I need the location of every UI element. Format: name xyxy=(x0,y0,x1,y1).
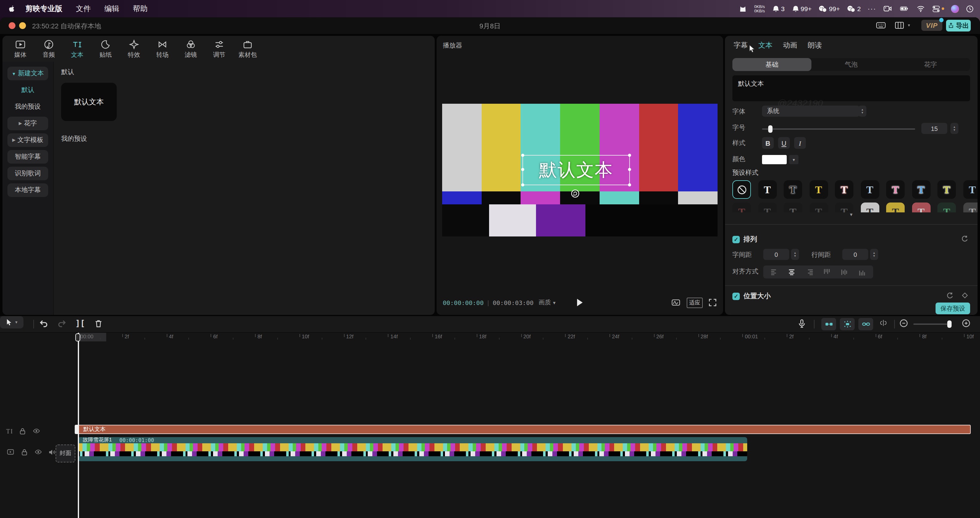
sidebar-item-文字模板[interactable]: ▶文字模板 xyxy=(7,133,48,147)
color-caret-icon[interactable]: ▼ xyxy=(789,155,799,164)
hide-track-icon[interactable] xyxy=(32,427,41,435)
lock-track-icon[interactable] xyxy=(19,427,27,435)
vip-badge[interactable]: VIP xyxy=(921,20,942,31)
line-spacing-value[interactable]: 0 xyxy=(842,249,868,260)
position-keyframe-icon[interactable] xyxy=(961,291,969,299)
sidebar-item-本地字幕[interactable]: 本地字幕 xyxy=(7,183,48,197)
segment-fancy[interactable]: 花字 xyxy=(891,58,970,71)
underline-button[interactable]: U xyxy=(778,137,790,149)
expand-presets-icon[interactable]: ▼ xyxy=(725,212,978,217)
preset-style-tile[interactable]: T xyxy=(886,180,905,199)
media-tab-media[interactable]: 媒体 xyxy=(6,38,35,60)
wechat2-icon[interactable]: 2 xyxy=(846,5,861,13)
preset-style-tile[interactable]: T xyxy=(732,202,751,212)
align-right-button[interactable] xyxy=(805,268,814,276)
selection-handle[interactable] xyxy=(521,183,524,186)
preset-style-tile[interactable]: T xyxy=(861,202,879,212)
align-center-button[interactable] xyxy=(788,268,796,276)
preset-none-tile[interactable] xyxy=(732,180,751,199)
notification-bell-icon[interactable]: 3 xyxy=(772,5,784,13)
zoom-in-button[interactable] xyxy=(961,319,971,328)
zoom-out-button[interactable] xyxy=(899,319,908,328)
quality-selector[interactable]: 画质 xyxy=(538,298,551,307)
sidebar-item-新建文本[interactable]: ▼新建文本 xyxy=(7,67,48,80)
playhead-handle[interactable] xyxy=(75,334,80,342)
playhead-line[interactable] xyxy=(78,333,79,518)
selection-handle[interactable] xyxy=(628,168,631,171)
preset-style-tile[interactable]: T xyxy=(784,202,802,212)
selection-handle[interactable] xyxy=(628,154,631,157)
media-tab-text[interactable]: 文本 xyxy=(63,38,91,60)
overflow-menu-icon[interactable]: ··· xyxy=(868,5,876,12)
control-center-icon[interactable] xyxy=(932,5,944,13)
text-content-input[interactable]: 默认文本 xyxy=(732,75,970,101)
preview-axis-button[interactable] xyxy=(879,319,888,327)
siri-icon[interactable] xyxy=(951,5,959,13)
preset-style-tile[interactable]: T xyxy=(758,202,776,212)
preset-style-tile[interactable]: T xyxy=(937,202,956,212)
split-tool-button[interactable]: ][ xyxy=(75,319,85,328)
timeline-ruler[interactable]: 00:002f4f6f8f10f12f14f16f18f20f22f24f26f… xyxy=(0,333,980,342)
apple-menu-icon[interactable] xyxy=(7,4,16,13)
lock-track-icon[interactable] xyxy=(21,448,29,456)
tab-animation[interactable]: 动画 xyxy=(783,41,797,50)
shortcut-keys-button[interactable] xyxy=(876,21,886,30)
preset-style-tile[interactable]: T xyxy=(912,180,930,199)
preset-style-tile[interactable]: T xyxy=(835,202,853,212)
align-left-button[interactable] xyxy=(770,268,779,276)
size-slider-track[interactable] xyxy=(762,129,915,130)
selection-handle[interactable] xyxy=(521,154,524,157)
record-voiceover-button[interactable] xyxy=(797,319,807,329)
media-tab-adjust[interactable]: 调节 xyxy=(205,38,234,60)
position-size-checkbox[interactable]: ✓ xyxy=(732,292,740,300)
wifi-icon[interactable] xyxy=(916,5,925,12)
overlay-text[interactable]: 默认文本 xyxy=(539,158,613,183)
segment-basic[interactable]: 基础 xyxy=(732,58,812,71)
rotate-handle-icon[interactable] xyxy=(571,189,580,198)
media-tab-effects[interactable]: 特效 xyxy=(120,38,148,60)
tab-subtitle[interactable]: 字幕 xyxy=(733,41,748,50)
preset-style-tile[interactable]: T xyxy=(912,202,930,212)
arrange-reset-icon[interactable] xyxy=(961,235,969,243)
media-tab-transitions[interactable]: 转场 xyxy=(148,38,177,60)
select-tool-button[interactable]: ▼ xyxy=(0,316,24,329)
wechat-icon[interactable]: 99+ xyxy=(819,5,840,13)
text-overlay-selection[interactable]: 默认文本 xyxy=(522,155,630,185)
play-button[interactable] xyxy=(577,299,582,306)
align-vertical-bottom-button[interactable] xyxy=(858,268,866,276)
sidebar-item-花字[interactable]: ▶花字 xyxy=(7,117,48,130)
segment-bubble[interactable]: 气泡 xyxy=(812,58,891,71)
preset-style-tile[interactable]: T xyxy=(784,180,802,199)
redo-button[interactable] xyxy=(57,319,67,329)
screen-record-icon[interactable] xyxy=(883,5,892,12)
network-speed-indicator[interactable]: 0KB/s0KB/s xyxy=(754,4,765,13)
selection-handle[interactable] xyxy=(628,183,631,186)
notification-bell2-icon[interactable]: 99+ xyxy=(791,5,812,13)
sidebar-item-我的预设[interactable]: 我的预设 xyxy=(7,100,48,114)
preset-style-tile[interactable]: T xyxy=(809,180,828,199)
text-clip-left-handle[interactable] xyxy=(75,425,78,434)
app-tray-icon[interactable] xyxy=(739,4,748,13)
preset-style-tile[interactable]: T xyxy=(886,202,905,212)
timeline-zoom-thumb[interactable] xyxy=(947,321,951,328)
sidebar-item-智能字幕[interactable]: 智能字幕 xyxy=(7,150,48,164)
save-preset-button[interactable]: 保存预设 xyxy=(935,302,970,314)
sidebar-item-默认[interactable]: 默认 xyxy=(7,83,48,97)
media-tab-audio[interactable]: 音频 xyxy=(35,38,63,60)
scopes-icon[interactable] xyxy=(671,298,681,307)
italic-button[interactable]: I xyxy=(794,137,806,149)
media-tab-filters[interactable]: 滤镜 xyxy=(177,38,205,60)
arrange-checkbox[interactable]: ✓ xyxy=(732,235,740,243)
size-slider-thumb[interactable] xyxy=(768,126,773,133)
delete-button[interactable] xyxy=(94,319,103,329)
media-tab-sticker[interactable]: 贴纸 xyxy=(91,38,120,60)
preset-style-tile[interactable]: T xyxy=(861,180,879,199)
layout-switch-button[interactable]: ▼ xyxy=(894,21,911,30)
tab-reading[interactable]: 朗读 xyxy=(808,41,822,50)
font-stepper[interactable]: ▲▼ xyxy=(858,106,866,117)
align-vertical-top-button[interactable] xyxy=(822,268,831,276)
preset-style-tile[interactable]: T xyxy=(963,202,978,212)
menu-item-file[interactable]: 文件 xyxy=(76,3,91,14)
preset-style-tile[interactable]: T xyxy=(809,202,828,212)
snap-toggle-button[interactable] xyxy=(821,318,836,330)
